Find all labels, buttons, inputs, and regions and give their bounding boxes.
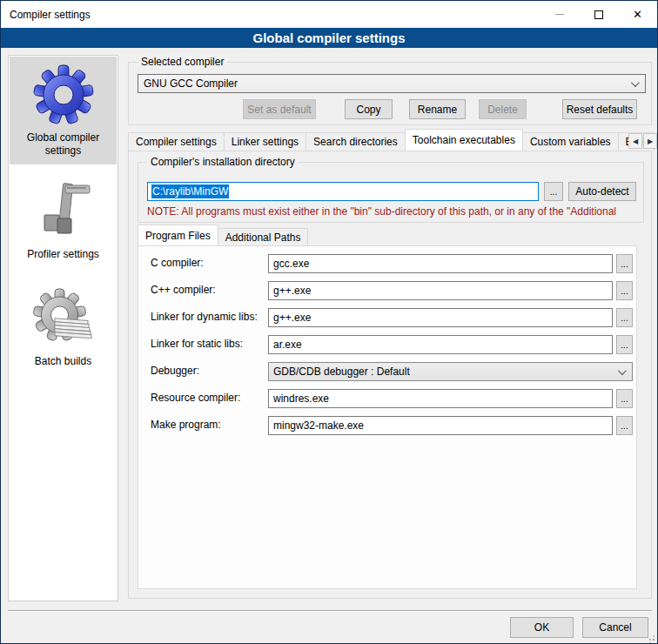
toolchain-executables-page: Compiler's installation directory C:\ray… [128, 151, 652, 599]
button-label: ... [621, 313, 628, 323]
compiler-settings-dialog: Compiler settings ✕ Global compiler sett… [0, 0, 658, 644]
dynamic-linker-row: Linker for dynamic libs: g++.exe ... [138, 308, 636, 327]
button-label: Cancel [599, 621, 631, 634]
button-label: Copy [356, 104, 380, 116]
sidebar-item-label: Global compiler settings [11, 131, 115, 158]
installation-directory-group: Compiler's installation directory C:\ray… [138, 162, 644, 223]
field-label: Linker for static libs: [151, 338, 243, 350]
button-label: Auto-detect [575, 185, 628, 198]
button-label: ... [621, 421, 628, 431]
button-label: ... [621, 286, 628, 296]
rename-button[interactable]: Rename [409, 99, 466, 119]
button-label: Reset defaults [567, 104, 634, 116]
tab-search-directories[interactable]: Search directories [306, 132, 406, 151]
delete-button[interactable]: Delete [479, 99, 527, 119]
chevron-down-icon [631, 78, 640, 87]
make-program-row: Make program: mingw32-make.exe ... [138, 416, 636, 435]
field-label: Make program: [151, 419, 221, 431]
cancel-button[interactable]: Cancel [582, 617, 648, 638]
button-label: Set as default [247, 104, 311, 116]
cpp-compiler-input[interactable]: g++.exe [268, 281, 613, 300]
field-label: C compiler: [151, 257, 204, 269]
browse-directory-button[interactable]: ... [544, 182, 563, 201]
field-label: Resource compiler: [151, 392, 240, 404]
debugger-select[interactable]: GDB/CDB debugger : Default [268, 362, 633, 381]
arrow-right-icon: ▶ [648, 138, 653, 145]
set-as-default-button[interactable]: Set as default [243, 99, 316, 119]
static-linker-browse-button[interactable]: ... [616, 335, 633, 354]
program-files-tabstrip: Program Files Additional Paths [138, 226, 307, 245]
tab-linker-settings[interactable]: Linker settings [224, 132, 306, 151]
tab-label: Compiler settings [136, 136, 217, 148]
compiler-settings-tabstrip: Compiler settings Linker settings Search… [128, 131, 654, 151]
tab-scroll-right-button[interactable]: ▶ [643, 133, 657, 149]
field-value: g++.exe [273, 312, 311, 324]
auto-detect-button[interactable]: Auto-detect [568, 182, 636, 201]
sidebar-item-label: Batch builds [11, 355, 115, 368]
tab-custom-variables[interactable]: Custom variables [522, 132, 619, 151]
installation-directory-input[interactable]: C:\raylib\MinGW [147, 182, 539, 201]
button-label: Rename [418, 104, 457, 116]
field-label: C++ compiler: [151, 284, 216, 296]
window-controls: ✕ [540, 1, 657, 28]
subtab-program-files[interactable]: Program Files [138, 225, 218, 245]
tab-label: Search directories [313, 136, 398, 148]
field-label: Debugger: [151, 365, 199, 377]
field-value: mingw32-make.exe [273, 419, 364, 432]
static-linker-input[interactable]: ar.exe [268, 335, 613, 354]
tab-label: Toolchain executables [413, 134, 515, 146]
sidebar-item-global-compiler-settings[interactable]: Global compiler settings [10, 57, 117, 164]
compiler-select-value: GNU GCC Compiler [144, 77, 238, 90]
field-value: windres.exe [273, 392, 329, 405]
field-value: GDB/CDB debugger : Default [273, 366, 410, 378]
dynamic-linker-browse-button[interactable]: ... [616, 308, 633, 327]
close-icon: ✕ [633, 9, 642, 20]
field-value: ar.exe [273, 339, 302, 351]
field-value: gcc.exe [273, 258, 309, 270]
button-label: ... [621, 259, 628, 269]
tab-toolchain-executables[interactable]: Toolchain executables [405, 129, 523, 151]
reset-defaults-button[interactable]: Reset defaults [562, 99, 637, 119]
maximize-button[interactable] [579, 1, 618, 28]
c-compiler-input[interactable]: gcc.exe [268, 254, 613, 273]
field-label: Linker for dynamic libs: [151, 311, 258, 323]
button-label: Delete [487, 104, 518, 116]
make-program-browse-button[interactable]: ... [616, 416, 633, 435]
cpp-compiler-browse-button[interactable]: ... [616, 281, 633, 300]
subtab-additional-paths[interactable]: Additional Paths [218, 228, 309, 245]
sidebar-item-batch-builds[interactable]: Batch builds [10, 280, 117, 375]
arrow-left-icon: ◀ [633, 138, 638, 145]
button-label: ... [621, 340, 628, 350]
resource-compiler-browse-button[interactable]: ... [616, 389, 633, 408]
installation-directory-value: C:\raylib\MinGW [151, 184, 229, 198]
bin-subdirectory-note: NOTE: All programs must exist either in … [147, 205, 641, 218]
minimize-icon [555, 14, 564, 15]
global-compiler-gear-icon [11, 64, 115, 126]
tab-label: Custom variables [530, 136, 611, 148]
tab-compiler-settings[interactable]: Compiler settings [128, 132, 225, 151]
button-label: ... [550, 187, 557, 197]
tab-scroll-left-button[interactable]: ◀ [628, 133, 642, 149]
dynamic-linker-input[interactable]: g++.exe [268, 308, 613, 327]
minimize-button[interactable] [540, 1, 579, 28]
resource-compiler-input[interactable]: windres.exe [268, 389, 613, 408]
installation-directory-group-label: Compiler's installation directory [147, 156, 299, 168]
sidebar-item-profiler-settings[interactable]: Profiler settings [10, 173, 117, 268]
maximize-icon [594, 10, 603, 19]
button-label: OK [534, 621, 549, 634]
tab-label: Additional Paths [225, 231, 301, 244]
batch-builds-icon [11, 287, 115, 350]
compiler-select[interactable]: GNU GCC Compiler [138, 74, 646, 93]
close-button[interactable]: ✕ [618, 1, 657, 28]
copy-button[interactable]: Copy [345, 99, 393, 119]
debugger-row: Debugger: GDB/CDB debugger : Default [138, 362, 636, 381]
footer-divider [8, 610, 652, 612]
resize-grip-icon[interactable] [647, 633, 655, 641]
c-compiler-browse-button[interactable]: ... [616, 254, 633, 273]
chevron-down-icon [618, 366, 627, 375]
dialog-header: Global compiler settings [1, 28, 657, 48]
make-program-input[interactable]: mingw32-make.exe [268, 416, 613, 435]
tab-label: Linker settings [232, 136, 299, 148]
ok-button[interactable]: OK [510, 617, 574, 638]
selected-compiler-group-label: Selected compiler [138, 56, 227, 68]
